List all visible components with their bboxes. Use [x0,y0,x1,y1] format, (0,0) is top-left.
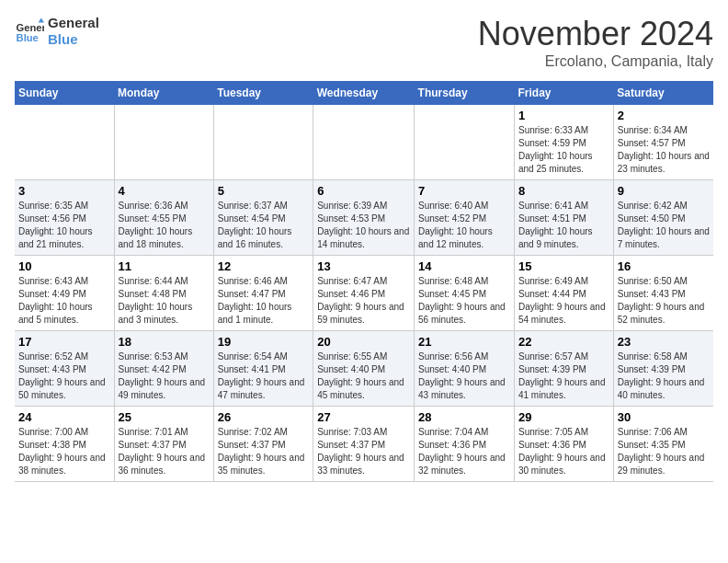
day-number: 7 [418,184,510,198]
calendar-week-3: 10Sunrise: 6:43 AM Sunset: 4:49 PM Dayli… [15,256,713,331]
calendar-cell [415,105,515,180]
calendar-cell: 2Sunrise: 6:34 AM Sunset: 4:57 PM Daylig… [613,105,713,180]
logo-blue: Blue [48,31,99,48]
calendar-cell: 16Sunrise: 6:50 AM Sunset: 4:43 PM Dayli… [613,256,713,331]
day-info: Sunrise: 6:37 AM Sunset: 4:54 PM Dayligh… [218,200,309,251]
calendar-cell: 7Sunrise: 6:40 AM Sunset: 4:52 PM Daylig… [415,180,515,256]
day-info: Sunrise: 6:43 AM Sunset: 4:49 PM Dayligh… [18,275,110,327]
calendar-week-5: 24Sunrise: 7:00 AM Sunset: 4:38 PM Dayli… [15,407,713,482]
day-number: 8 [518,184,609,198]
svg-text:Blue: Blue [17,32,39,43]
day-info: Sunrise: 7:01 AM Sunset: 4:37 PM Dayligh… [119,426,210,477]
day-number: 12 [218,259,309,273]
page-header: General Blue General Blue November 2024 … [15,15,713,70]
day-info: Sunrise: 7:03 AM Sunset: 4:37 PM Dayligh… [317,426,410,477]
calendar-cell: 9Sunrise: 6:42 AM Sunset: 4:50 PM Daylig… [613,180,713,256]
weekday-header-thursday: Thursday [415,81,515,105]
day-info: Sunrise: 6:48 AM Sunset: 4:45 PM Dayligh… [418,275,510,327]
day-info: Sunrise: 6:35 AM Sunset: 4:56 PM Dayligh… [18,200,110,251]
day-info: Sunrise: 6:40 AM Sunset: 4:52 PM Dayligh… [418,200,510,251]
day-info: Sunrise: 6:41 AM Sunset: 4:51 PM Dayligh… [518,200,609,251]
day-number: 17 [18,335,110,349]
calendar-cell: 29Sunrise: 7:05 AM Sunset: 4:36 PM Dayli… [514,407,613,482]
calendar-cell: 21Sunrise: 6:56 AM Sunset: 4:40 PM Dayli… [415,331,515,407]
day-info: Sunrise: 6:55 AM Sunset: 4:40 PM Dayligh… [317,350,410,402]
calendar-week-2: 3Sunrise: 6:35 AM Sunset: 4:56 PM Daylig… [15,180,713,256]
day-info: Sunrise: 6:49 AM Sunset: 4:44 PM Dayligh… [518,275,609,327]
day-number: 10 [18,259,110,273]
day-number: 14 [418,259,510,273]
day-info: Sunrise: 7:02 AM Sunset: 4:37 PM Dayligh… [218,426,309,477]
day-info: Sunrise: 7:00 AM Sunset: 4:38 PM Dayligh… [18,426,110,477]
day-number: 30 [618,410,710,424]
day-info: Sunrise: 6:58 AM Sunset: 4:39 PM Dayligh… [618,350,710,402]
day-info: Sunrise: 6:44 AM Sunset: 4:48 PM Dayligh… [119,275,210,327]
calendar-cell: 1Sunrise: 6:33 AM Sunset: 4:59 PM Daylig… [514,105,613,180]
day-number: 23 [618,335,710,349]
logo: General Blue General Blue [15,15,99,48]
calendar-cell: 22Sunrise: 6:57 AM Sunset: 4:39 PM Dayli… [514,331,613,407]
calendar-cell: 12Sunrise: 6:46 AM Sunset: 4:47 PM Dayli… [213,256,313,331]
calendar-cell: 25Sunrise: 7:01 AM Sunset: 4:37 PM Dayli… [114,407,213,482]
day-number: 11 [119,259,210,273]
calendar-cell: 13Sunrise: 6:47 AM Sunset: 4:46 PM Dayli… [313,256,415,331]
weekday-header-saturday: Saturday [613,81,713,105]
calendar-cell: 28Sunrise: 7:04 AM Sunset: 4:36 PM Dayli… [415,407,515,482]
location-subtitle: Ercolano, Campania, Italy [478,53,713,70]
calendar-cell: 27Sunrise: 7:03 AM Sunset: 4:37 PM Dayli… [313,407,415,482]
calendar-week-1: 1Sunrise: 6:33 AM Sunset: 4:59 PM Daylig… [15,105,713,180]
day-info: Sunrise: 7:05 AM Sunset: 4:36 PM Dayligh… [518,426,609,477]
day-number: 29 [518,410,609,424]
day-number: 20 [317,335,410,349]
calendar-cell: 8Sunrise: 6:41 AM Sunset: 4:51 PM Daylig… [514,180,613,256]
calendar-cell: 5Sunrise: 6:37 AM Sunset: 4:54 PM Daylig… [213,180,313,256]
calendar-cell: 24Sunrise: 7:00 AM Sunset: 4:38 PM Dayli… [15,407,114,482]
day-number: 26 [218,410,309,424]
day-info: Sunrise: 6:50 AM Sunset: 4:43 PM Dayligh… [618,275,710,327]
month-title: November 2024 [478,15,713,53]
day-info: Sunrise: 7:04 AM Sunset: 4:36 PM Dayligh… [418,426,510,477]
weekday-header-row: SundayMondayTuesdayWednesdayThursdayFrid… [15,81,713,105]
day-info: Sunrise: 6:39 AM Sunset: 4:53 PM Dayligh… [317,200,410,251]
calendar-cell: 17Sunrise: 6:52 AM Sunset: 4:43 PM Dayli… [15,331,114,407]
logo-icon: General Blue [15,17,44,46]
day-info: Sunrise: 6:46 AM Sunset: 4:47 PM Dayligh… [218,275,309,327]
day-number: 2 [618,109,710,122]
day-number: 3 [18,184,110,198]
day-info: Sunrise: 7:06 AM Sunset: 4:35 PM Dayligh… [618,426,710,477]
day-number: 15 [518,259,609,273]
weekday-header-monday: Monday [114,81,213,105]
calendar-cell: 30Sunrise: 7:06 AM Sunset: 4:35 PM Dayli… [613,407,713,482]
day-info: Sunrise: 6:54 AM Sunset: 4:41 PM Dayligh… [218,350,309,402]
calendar-cell: 3Sunrise: 6:35 AM Sunset: 4:56 PM Daylig… [15,180,114,256]
day-number: 4 [119,184,210,198]
calendar-cell: 11Sunrise: 6:44 AM Sunset: 4:48 PM Dayli… [114,256,213,331]
title-area: November 2024 Ercolano, Campania, Italy [478,15,713,70]
calendar-cell [313,105,415,180]
day-info: Sunrise: 6:56 AM Sunset: 4:40 PM Dayligh… [418,350,510,402]
day-number: 5 [218,184,309,198]
day-number: 9 [618,184,710,198]
logo-general: General [48,15,99,31]
day-number: 22 [518,335,609,349]
svg-marker-2 [39,18,44,23]
day-info: Sunrise: 6:34 AM Sunset: 4:57 PM Dayligh… [618,124,710,176]
day-number: 27 [317,410,410,424]
weekday-header-sunday: Sunday [15,81,114,105]
day-info: Sunrise: 6:33 AM Sunset: 4:59 PM Dayligh… [518,124,609,176]
calendar-week-4: 17Sunrise: 6:52 AM Sunset: 4:43 PM Dayli… [15,331,713,407]
calendar-cell: 19Sunrise: 6:54 AM Sunset: 4:41 PM Dayli… [213,331,313,407]
calendar-cell [114,105,213,180]
weekday-header-friday: Friday [514,81,613,105]
calendar-cell [213,105,313,180]
day-info: Sunrise: 6:52 AM Sunset: 4:43 PM Dayligh… [18,350,110,402]
weekday-header-wednesday: Wednesday [313,81,415,105]
calendar-cell: 6Sunrise: 6:39 AM Sunset: 4:53 PM Daylig… [313,180,415,256]
day-number: 21 [418,335,510,349]
calendar-cell: 26Sunrise: 7:02 AM Sunset: 4:37 PM Dayli… [213,407,313,482]
day-info: Sunrise: 6:57 AM Sunset: 4:39 PM Dayligh… [518,350,609,402]
svg-text:General: General [17,22,44,33]
day-number: 13 [317,259,410,273]
calendar-cell [15,105,114,180]
calendar-cell: 14Sunrise: 6:48 AM Sunset: 4:45 PM Dayli… [415,256,515,331]
